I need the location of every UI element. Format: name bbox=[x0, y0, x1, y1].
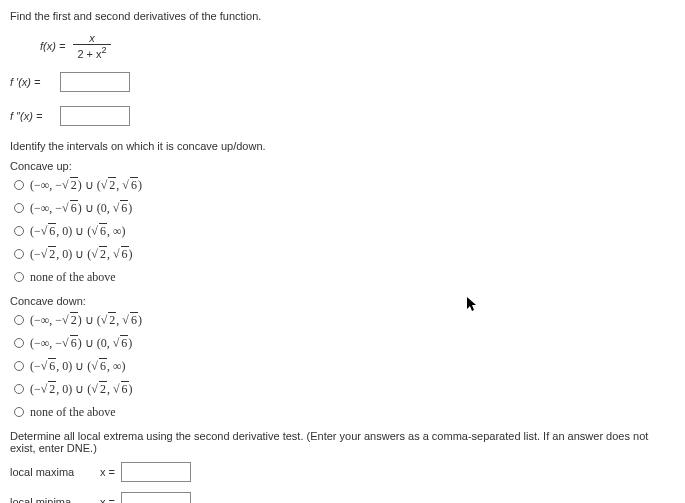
den-prefix: 2 + x bbox=[77, 48, 101, 60]
first-derivative-row: f ′(x) = bbox=[10, 72, 675, 92]
q1-instruction: Find the first and second derivatives of… bbox=[10, 10, 675, 22]
option-text: (−∞, −2) ∪ (2, 6) bbox=[30, 178, 142, 193]
local-maxima-input[interactable] bbox=[121, 462, 191, 482]
option-text: (−∞, −6) ∪ (0, 6) bbox=[30, 201, 132, 216]
fx-label: f(x) = bbox=[40, 40, 65, 52]
f-double-prime-label: f ″(x) = bbox=[10, 110, 60, 122]
radio-icon bbox=[14, 384, 24, 394]
down-option-d[interactable]: (−2, 0) ∪ (2, 6) bbox=[14, 382, 675, 397]
fraction: x 2 + x2 bbox=[73, 32, 110, 60]
radio-icon bbox=[14, 249, 24, 259]
down-option-b[interactable]: (−∞, −6) ∪ (0, 6) bbox=[14, 336, 675, 351]
f-prime-label: f ′(x) = bbox=[10, 76, 60, 88]
x-equals-label: x = bbox=[100, 466, 115, 478]
local-maxima-label: local maxima bbox=[10, 466, 100, 478]
local-minima-row: local minima x = bbox=[10, 492, 675, 503]
function-definition: f(x) = x 2 + x2 bbox=[40, 32, 675, 60]
q2-instruction: Identify the intervals on which it is co… bbox=[10, 140, 675, 152]
radio-icon bbox=[14, 272, 24, 282]
q3-instruction: Determine all local extrema using the se… bbox=[10, 430, 675, 454]
x-equals-label: x = bbox=[100, 496, 115, 503]
up-option-d[interactable]: (−2, 0) ∪ (2, 6) bbox=[14, 247, 675, 262]
radio-icon bbox=[14, 226, 24, 236]
up-option-none[interactable]: none of the above bbox=[14, 270, 675, 285]
option-text: none of the above bbox=[30, 405, 116, 420]
f-double-prime-input[interactable] bbox=[60, 106, 130, 126]
up-option-b[interactable]: (−∞, −6) ∪ (0, 6) bbox=[14, 201, 675, 216]
concave-down-label: Concave down: bbox=[10, 295, 675, 307]
radio-icon bbox=[14, 361, 24, 371]
local-minima-input[interactable] bbox=[121, 492, 191, 503]
option-text: none of the above bbox=[30, 270, 116, 285]
option-text: (−∞, −6) ∪ (0, 6) bbox=[30, 336, 132, 351]
radio-icon bbox=[14, 180, 24, 190]
local-maxima-row: local maxima x = bbox=[10, 462, 675, 482]
option-text: (−∞, −2) ∪ (2, 6) bbox=[30, 313, 142, 328]
option-text: (−6, 0) ∪ (6, ∞) bbox=[30, 359, 126, 374]
denominator: 2 + x2 bbox=[73, 45, 110, 60]
up-option-a[interactable]: (−∞, −2) ∪ (2, 6) bbox=[14, 178, 675, 193]
down-option-none[interactable]: none of the above bbox=[14, 405, 675, 420]
up-option-c[interactable]: (−6, 0) ∪ (6, ∞) bbox=[14, 224, 675, 239]
f-prime-input[interactable] bbox=[60, 72, 130, 92]
down-option-c[interactable]: (−6, 0) ∪ (6, ∞) bbox=[14, 359, 675, 374]
second-derivative-row: f ″(x) = bbox=[10, 106, 675, 126]
radio-icon bbox=[14, 407, 24, 417]
option-text: (−6, 0) ∪ (6, ∞) bbox=[30, 224, 126, 239]
radio-icon bbox=[14, 338, 24, 348]
radio-icon bbox=[14, 315, 24, 325]
option-text: (−2, 0) ∪ (2, 6) bbox=[30, 382, 133, 397]
radio-icon bbox=[14, 203, 24, 213]
den-exp: 2 bbox=[102, 45, 107, 55]
down-option-a[interactable]: (−∞, −2) ∪ (2, 6) bbox=[14, 313, 675, 328]
local-minima-label: local minima bbox=[10, 496, 100, 503]
option-text: (−2, 0) ∪ (2, 6) bbox=[30, 247, 133, 262]
concave-up-label: Concave up: bbox=[10, 160, 675, 172]
numerator: x bbox=[73, 32, 110, 45]
